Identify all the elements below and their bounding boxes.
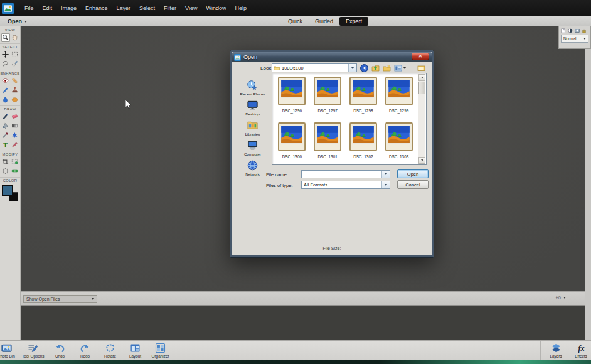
custom-shape-tool[interactable] [11, 131, 19, 140]
panel-collapse-control[interactable]: +0 [555, 295, 566, 301]
menu-item-view[interactable]: View [181, 2, 201, 14]
place-desktop[interactable]: Desktop [235, 99, 270, 116]
back-icon[interactable] [360, 64, 368, 72]
chevron-down-icon [24, 21, 27, 23]
file-item[interactable]: DSC_1297 [310, 77, 346, 113]
places-sidebar: Recent PlacesDesktopLibrariesComputerNet… [235, 79, 270, 179]
tab-guided[interactable]: Guided [309, 17, 339, 26]
taskbar-tool-options-button[interactable]: Tool Options [19, 341, 48, 360]
file-item[interactable]: DSC_1298 [346, 77, 381, 113]
place-libraries[interactable]: Libraries [235, 119, 270, 136]
up-one-level-icon[interactable] [371, 64, 380, 72]
files-of-type-dropdown[interactable]: All Formats [301, 181, 390, 189]
scrollbar[interactable] [418, 74, 425, 164]
file-item[interactable]: DSC_1299 [381, 77, 417, 113]
file-item[interactable]: DSC_1301 [310, 122, 346, 159]
blend-mode-dropdown[interactable]: Normal [561, 35, 588, 43]
menu-item-enhance[interactable]: Enhance [81, 2, 112, 14]
dropdown-arrow[interactable] [381, 171, 390, 178]
place-network[interactable]: Network [235, 159, 270, 176]
file-item[interactable]: DSC_1302 [346, 122, 381, 159]
tab-expert[interactable]: Expert [339, 17, 368, 26]
chevron-down-icon [563, 297, 566, 299]
menu-item-help[interactable]: Help [230, 2, 251, 14]
new-layer-icon[interactable] [561, 28, 566, 33]
menu-item-image[interactable]: Image [56, 2, 81, 14]
scrollbar-thumb[interactable] [418, 82, 425, 94]
quick-selection-tool[interactable] [11, 60, 19, 68]
menu-item-select[interactable]: Select [135, 2, 159, 14]
preview-folder-icon[interactable] [417, 64, 425, 72]
layers-icon [551, 343, 562, 353]
taskbar-photo-bin-button[interactable]: Photo Bin [0, 341, 19, 360]
taskbar-redo-button[interactable]: Redo [73, 341, 98, 360]
pencil-tool[interactable] [11, 141, 19, 149]
menu-item-filter[interactable]: Filter [159, 2, 181, 14]
taskbar-rotate-button[interactable]: Rotate [98, 341, 123, 360]
brush-tool[interactable] [1, 112, 10, 121]
menu-item-edit[interactable]: Edit [38, 2, 57, 14]
menu-bar-items: FileEditImageEnhanceLayerSelectFilterVie… [20, 2, 251, 14]
zoom-tool[interactable] [1, 33, 10, 42]
layer-lock-icon[interactable] [582, 28, 587, 33]
file-item[interactable]: DSC_1300 [274, 122, 310, 159]
eyedropper-tool[interactable] [1, 131, 10, 140]
dropdown-arrow[interactable] [381, 181, 390, 188]
gradient-tool[interactable] [11, 122, 19, 131]
menu-item-layer[interactable]: Layer [112, 2, 136, 14]
place-recent-places[interactable]: Recent Places [235, 79, 270, 96]
scroll-up-arrow[interactable] [418, 74, 425, 81]
dropdown-arrow[interactable] [348, 64, 356, 72]
close-button[interactable]: ✕ [412, 53, 429, 60]
taskbar-item-label: Rotate [104, 354, 116, 358]
open-menu-button[interactable]: Open [5, 17, 29, 26]
taskbar-layout-button[interactable]: Layout [123, 341, 148, 360]
rect-marquee-tool[interactable] [11, 50, 19, 59]
hand-tool[interactable] [11, 33, 19, 42]
open-menu-label: Open [8, 18, 22, 24]
look-in-dropdown[interactable]: 100D5100 [272, 63, 357, 72]
taskbar-effects-button[interactable]: fxEffects [568, 341, 591, 360]
dialog-title-bar[interactable]: Open ✕ [232, 52, 432, 62]
mode-tabs: QuickGuidedExpert [282, 16, 368, 26]
taskbar-undo-button[interactable]: Undo [48, 341, 73, 360]
eraser-tool[interactable] [11, 112, 19, 121]
red-eye-removal-tool[interactable] [1, 77, 10, 85]
place-computer[interactable]: Computer [235, 139, 270, 156]
tab-quick[interactable]: Quick [282, 17, 309, 26]
menu-item-file[interactable]: File [20, 2, 38, 14]
file-item[interactable]: DSC_1303 [381, 122, 417, 159]
new-folder-icon[interactable] [383, 64, 391, 72]
layer-mask-icon[interactable] [575, 28, 580, 33]
straighten-tool[interactable] [11, 167, 19, 176]
foreground-color-swatch[interactable] [2, 185, 13, 196]
open-button[interactable]: Open [397, 169, 429, 178]
move-tool[interactable] [1, 50, 10, 59]
cookie-cutter-tool[interactable] [1, 167, 10, 176]
lasso-tool[interactable] [1, 60, 10, 68]
smart-brush-tool[interactable] [1, 86, 10, 95]
menu-item-window[interactable]: Window [201, 2, 230, 14]
cancel-button[interactable]: Cancel [397, 180, 429, 189]
tool-section-label: MODIFY [0, 153, 20, 156]
spot-healing-brush-tool[interactable] [11, 77, 19, 85]
taskbar-organizer-button[interactable]: Organizer [148, 341, 173, 360]
color-swatches [2, 185, 18, 201]
sponge-tool[interactable] [11, 95, 19, 104]
dialog-nav-icons [360, 63, 425, 72]
scroll-down-arrow[interactable] [418, 157, 425, 164]
recent-places-icon [247, 79, 258, 91]
paint-bucket-tool[interactable] [1, 122, 10, 131]
zoom-indicator: +0 [555, 295, 561, 301]
type-tool[interactable]: T [1, 141, 10, 149]
show-open-files-dropdown[interactable]: Show Open Files [23, 295, 97, 303]
adjustment-layer-icon[interactable] [568, 28, 573, 33]
recompose-tool[interactable] [11, 158, 19, 166]
file-item[interactable]: DSC_1296 [274, 77, 310, 113]
blur-tool[interactable] [1, 95, 10, 104]
clone-stamp-tool[interactable] [11, 86, 19, 95]
view-menu-icon[interactable] [394, 64, 406, 72]
crop-tool[interactable] [1, 158, 10, 166]
taskbar-layers-button[interactable]: Layers [543, 341, 568, 360]
file-name-input[interactable] [302, 171, 381, 177]
